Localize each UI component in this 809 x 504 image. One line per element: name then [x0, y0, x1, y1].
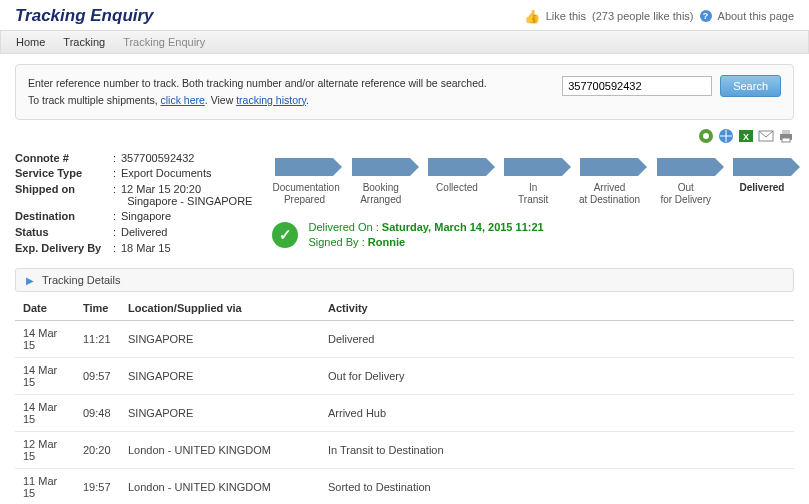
breadcrumb-current: Tracking Enquiry: [123, 36, 205, 48]
progress-step: Arrivedat Destination: [577, 158, 641, 206]
table-header: Activity: [320, 296, 794, 321]
info-icon[interactable]: ?: [700, 10, 712, 22]
table-row: 14 Mar 1509:57SINGAPOREOut for Delivery: [15, 358, 794, 395]
progress-step: Collected: [425, 158, 489, 206]
click-here-link[interactable]: click here: [160, 94, 204, 106]
about-link[interactable]: About this page: [718, 10, 794, 22]
progress-step: InTransit: [501, 158, 565, 206]
table-row: 14 Mar 1509:48SINGAPOREArrived Hub: [15, 395, 794, 432]
shipped-value: 12 Mar 15 20:20 Singapore - SINGAPORE: [121, 183, 252, 208]
breadcrumb: Home Tracking Tracking Enquiry: [0, 30, 809, 54]
progress-steps: DocumentationPreparedBookingArrangedColl…: [272, 158, 794, 216]
table-header: Location/Supplied via: [120, 296, 320, 321]
status-value: Delivered: [121, 226, 252, 239]
progress-step: DocumentationPrepared: [272, 158, 336, 206]
details-toggle[interactable]: ▶ Tracking Details: [15, 268, 794, 292]
page-title: Tracking Enquiry: [15, 6, 154, 26]
tracking-history-link[interactable]: tracking history: [236, 94, 306, 106]
print-icon[interactable]: [778, 128, 794, 144]
like-count: (273 people like this): [592, 10, 694, 22]
tracking-input[interactable]: [562, 76, 712, 96]
excel-icon[interactable]: X: [738, 128, 754, 144]
search-panel: Enter reference number to track. Both tr…: [15, 64, 794, 120]
like-this-link[interactable]: Like this: [546, 10, 586, 22]
svg-point-1: [703, 133, 709, 139]
table-header: Time: [75, 296, 120, 321]
connote-value: 357700592432: [121, 152, 252, 165]
progress-step: BookingArranged: [349, 158, 413, 206]
toolbar: X: [15, 120, 794, 152]
search-instructions: Enter reference number to track. Both tr…: [28, 75, 487, 109]
table-row: 14 Mar 1511:21SINGAPOREDelivered: [15, 321, 794, 358]
thumb-icon[interactable]: 👍: [524, 9, 540, 24]
email-icon[interactable]: [758, 128, 774, 144]
globe-icon[interactable]: [718, 128, 734, 144]
table-row: 11 Mar 1519:57London - UNITED KINGDOMSor…: [15, 469, 794, 504]
table-header: Date: [15, 296, 75, 321]
progress-step: Delivered: [730, 158, 794, 206]
service-value: Export Documents: [121, 167, 252, 180]
check-icon: ✓: [272, 222, 298, 248]
svg-text:X: X: [743, 132, 749, 142]
destination-value: Singapore: [121, 210, 252, 223]
table-row: 12 Mar 1520:20London - UNITED KINGDOMIn …: [15, 432, 794, 469]
breadcrumb-home[interactable]: Home: [16, 36, 45, 48]
expand-icon: ▶: [26, 275, 34, 286]
search-button[interactable]: Search: [720, 75, 781, 97]
svg-rect-8: [782, 138, 790, 142]
exp-value: 18 Mar 15: [121, 242, 252, 255]
refresh-icon[interactable]: [698, 128, 714, 144]
breadcrumb-tracking[interactable]: Tracking: [63, 36, 105, 48]
progress-step: Outfor Delivery: [654, 158, 718, 206]
shipment-info: Connote #:357700592432 Service Type:Expo…: [15, 152, 252, 255]
header-links: 👍 Like this (273 people like this) ? Abo…: [524, 9, 794, 24]
svg-rect-7: [782, 130, 790, 134]
delivered-summary: ✓ Delivered On : Saturday, March 14, 201…: [272, 216, 794, 255]
tracking-table: DateTimeLocation/Supplied viaActivity 14…: [15, 296, 794, 504]
